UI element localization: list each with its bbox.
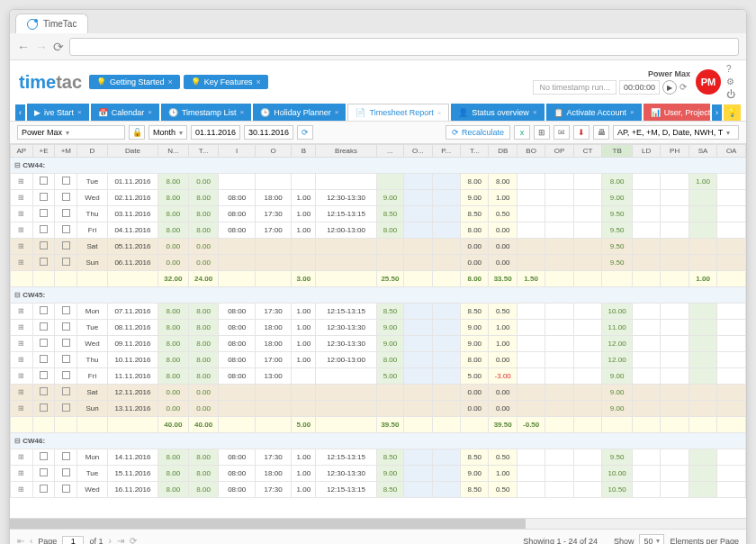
table-row[interactable]: ⊞Fri04.11.20168.008.0008:0017:001.0012:0… (11, 222, 746, 239)
checkbox-cell[interactable] (55, 190, 77, 206)
close-icon[interactable]: × (630, 108, 634, 116)
close-icon[interactable]: × (240, 108, 245, 116)
forward-icon[interactable]: → (35, 40, 48, 54)
table-row[interactable]: ⊞Fri11.11.20168.008.0008:0013:005.005.00… (11, 368, 746, 385)
expand-cell[interactable]: ⊞ (11, 449, 33, 466)
logout-icon[interactable]: ⏻ (726, 89, 737, 100)
page-prev-icon[interactable]: ‹ (30, 536, 32, 544)
table-row[interactable]: ⊞Wed16.11.20168.008.0008:0017:301.0012:1… (11, 482, 746, 498)
table-row[interactable]: ⊞Mon07.11.20168.008.0008:0017:301.0012:1… (11, 304, 746, 320)
checkbox-cell[interactable] (32, 482, 55, 498)
checkbox-cell[interactable] (32, 449, 55, 466)
checkbox-cell[interactable] (55, 239, 77, 255)
app-tab[interactable]: 📊User, Project, Client, Task Type× (644, 104, 710, 121)
column-header[interactable]: N... (158, 145, 189, 158)
column-header[interactable]: O (255, 145, 291, 158)
page-input[interactable] (62, 536, 84, 545)
browser-tab[interactable]: TimeTac (15, 14, 88, 33)
checkbox-cell[interactable] (32, 336, 55, 352)
close-icon[interactable]: × (533, 108, 537, 116)
column-header[interactable]: OA (717, 145, 746, 158)
tabs-scroll-right[interactable]: › (712, 104, 722, 121)
refresh-dates-icon[interactable]: ⟳ (297, 125, 313, 140)
expand-cell[interactable]: ⊞ (11, 320, 33, 336)
column-header[interactable]: LD (632, 145, 660, 158)
date-to[interactable]: 30.11.2016 (244, 125, 293, 140)
table-row[interactable]: ⊞Sat12.11.20160.000.000.000.009.00 (11, 385, 746, 401)
checkbox-cell[interactable] (55, 304, 77, 320)
play-button[interactable]: ▶ (662, 80, 677, 95)
print-icon[interactable]: 🖶 (593, 125, 609, 140)
table-row[interactable]: ⊞Mon14.11.20168.008.0008:0017:301.0012:1… (11, 449, 746, 466)
expand-cell[interactable]: ⊞ (11, 352, 33, 368)
column-header[interactable]: I (219, 145, 255, 158)
expand-cell[interactable]: ⊞ (11, 206, 33, 222)
period-select[interactable]: Month▾ (148, 125, 187, 140)
page-size-select[interactable]: 50▾ (639, 534, 664, 545)
export-excel-icon[interactable]: x (514, 125, 530, 140)
app-tab[interactable]: 🕒Holiday Planner× (253, 104, 346, 121)
expand-cell[interactable]: ⊞ (11, 336, 33, 352)
checkbox-cell[interactable] (32, 385, 55, 401)
column-header[interactable]: Date (107, 145, 158, 158)
table-row[interactable]: ⊞Tue15.11.20168.008.0008:0018:001.0012:3… (11, 466, 746, 482)
page-first-icon[interactable]: ⇤ (17, 536, 24, 544)
column-header[interactable]: O... (404, 145, 432, 158)
table-row[interactable]: ⊞Tue08.11.20168.008.0008:0018:001.0012:3… (11, 320, 746, 336)
checkbox-cell[interactable] (55, 385, 77, 401)
expand-cell[interactable]: ⊞ (11, 255, 33, 271)
checkbox-cell[interactable] (32, 174, 55, 190)
export-csv-icon[interactable]: ⊞ (534, 125, 550, 140)
table-row[interactable]: ⊞Wed09.11.20168.008.0008:0018:001.0012:3… (11, 336, 746, 352)
checkbox-cell[interactable] (32, 304, 55, 320)
app-tab[interactable]: 📄Timesheet Report× (347, 104, 449, 121)
recalculate-button[interactable]: ⟳Recalculate (446, 125, 510, 140)
checkbox-cell[interactable] (32, 255, 55, 271)
expand-cell[interactable]: ⊞ (11, 482, 33, 498)
collapse-icon[interactable]: ⊟ (14, 161, 21, 169)
page-next-icon[interactable]: › (108, 536, 111, 544)
reload-icon[interactable]: ⟳ (53, 40, 64, 54)
horizontal-scrollbar[interactable] (10, 518, 746, 529)
column-header[interactable]: ... (376, 145, 403, 158)
date-from[interactable]: 01.11.2016 (191, 125, 240, 140)
group-header[interactable]: ⊟ CW45: (11, 287, 746, 304)
help-icon[interactable]: ? (726, 64, 737, 75)
checkbox-cell[interactable] (55, 255, 77, 271)
checkbox-cell[interactable] (32, 401, 55, 417)
column-header[interactable]: B (292, 145, 316, 158)
checkbox-cell[interactable] (55, 352, 77, 368)
column-header[interactable]: AP (11, 145, 33, 158)
app-tab[interactable]: 👤Status overview× (451, 104, 544, 121)
column-header[interactable]: +M (55, 145, 77, 158)
close-icon[interactable]: × (77, 108, 82, 116)
column-header[interactable]: Breaks (316, 145, 376, 158)
checkbox-cell[interactable] (55, 482, 77, 498)
checkbox-cell[interactable] (55, 206, 77, 222)
column-header[interactable]: TB (602, 145, 633, 158)
close-icon[interactable]: × (437, 109, 442, 117)
url-bar[interactable] (69, 38, 739, 56)
expand-cell[interactable]: ⊞ (11, 368, 33, 385)
expand-cell[interactable]: ⊞ (11, 222, 33, 239)
expand-cell[interactable]: ⊞ (11, 385, 33, 401)
checkbox-cell[interactable] (55, 368, 77, 385)
expand-cell[interactable]: ⊞ (11, 401, 33, 417)
column-header[interactable]: T... (461, 145, 489, 158)
close-icon[interactable]: × (168, 77, 173, 86)
table-row[interactable]: ⊞Tue01.11.20168.000.008.008.008.001.00 (11, 174, 746, 190)
checkbox-cell[interactable] (32, 222, 55, 239)
hints-button[interactable]: 💡 (724, 104, 741, 121)
quick-tag[interactable]: 💡Getting Started× (89, 75, 180, 89)
table-row[interactable]: ⊞Sun06.11.20160.000.000.000.009.50 (11, 255, 746, 271)
checkbox-cell[interactable] (55, 401, 77, 417)
columns-select[interactable]: AP, +E, +M, D, Date, NWH, T▾ (613, 125, 739, 140)
table-row[interactable]: ⊞Thu10.11.20168.008.0008:0017:001.0012:0… (11, 352, 746, 368)
checkbox-cell[interactable] (55, 222, 77, 239)
table-row[interactable]: ⊞Wed02.11.20168.008.0008:0018:001.0012:3… (11, 190, 746, 206)
app-tab[interactable]: 🕒Timestamp List× (161, 104, 251, 121)
checkbox-cell[interactable] (32, 352, 55, 368)
close-icon[interactable]: × (148, 108, 152, 116)
checkbox-cell[interactable] (32, 368, 55, 385)
checkbox-cell[interactable] (55, 320, 77, 336)
